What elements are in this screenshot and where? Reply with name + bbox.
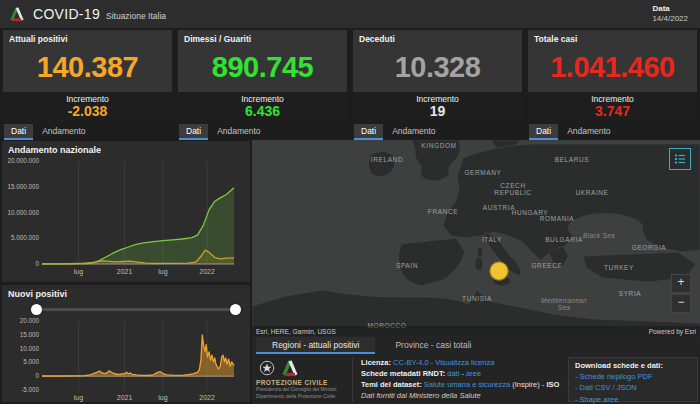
region-marker[interactable]	[490, 262, 509, 281]
card-increment: Incremento 19	[353, 92, 522, 122]
map-zoom-controls: + −	[671, 274, 691, 313]
svg-text:5.000.000: 5.000.000	[11, 234, 40, 241]
card-increment: Incremento 6.436	[178, 92, 347, 122]
powered-by-esri: Powered by Esri	[649, 328, 696, 335]
tab-andamento[interactable]: Andamento	[385, 124, 442, 140]
card-value: 140.387	[3, 44, 172, 92]
license-line: Schede metadati RNDT: dati - aree	[361, 369, 562, 379]
time-range-slider	[36, 303, 236, 316]
map-country-label: GREECE	[531, 262, 562, 269]
protezione-civile-block: PROTEZIONE CIVILE Presidenza del Consigl…	[256, 357, 346, 402]
map-country-label: CZECH	[500, 182, 525, 189]
card-tabs: Dati Andamento	[354, 124, 522, 140]
org-name: PROTEZIONE CIVILE	[256, 379, 346, 386]
slider-track[interactable]	[36, 308, 236, 311]
date-value: 14/4/2022	[652, 14, 688, 24]
increment-value: 19	[353, 104, 522, 119]
bottom-tab[interactable]: Regioni - attuali positivi	[256, 337, 375, 354]
header: COVID-19 Situazione Italia Data 14/4/202…	[0, 0, 700, 28]
svg-text:2022: 2022	[199, 394, 215, 401]
map-country-label: SYRIA	[619, 290, 642, 297]
tab-dati[interactable]: Dati	[4, 124, 33, 140]
svg-text:2021: 2021	[117, 268, 133, 275]
map-sea-label: Mediterranean	[541, 297, 587, 304]
org-line2: Dipartimento della Protezione Civile	[256, 393, 346, 400]
license-text: (Inspire) -	[510, 380, 546, 389]
tab-andamento[interactable]: Andamento	[35, 124, 92, 140]
zoom-out-button[interactable]: −	[671, 294, 691, 313]
map-country-label: FRANCE	[428, 208, 458, 215]
tab-dati[interactable]: Dati	[354, 124, 383, 140]
legend-list-icon	[674, 153, 686, 165]
svg-text:20.000.000: 20.000.000	[7, 157, 39, 164]
tab-dati[interactable]: Dati	[529, 124, 558, 140]
tab-andamento[interactable]: Andamento	[560, 124, 617, 140]
card-value: 890.745	[178, 44, 347, 92]
download-box: Download schede e dati: - Schede riepilo…	[568, 357, 698, 402]
card-label: Attuali positivi	[3, 30, 172, 44]
license-line: Licenza: CC-BY-4.0 - Visualizza licenza	[361, 358, 562, 368]
svg-text:lug: lug	[74, 394, 83, 402]
download-title: Download schede e dati:	[575, 361, 691, 370]
date-label: Data	[652, 4, 688, 14]
tab-dati[interactable]: Dati	[179, 124, 208, 140]
license-link[interactable]: aree	[466, 369, 481, 378]
card-value: 10.328	[353, 44, 522, 92]
app-subtitle: Situazione Italia	[106, 11, 166, 21]
legend-button[interactable]	[669, 148, 691, 170]
increment-value: 3.747	[528, 104, 697, 119]
svg-text:2021: 2021	[117, 394, 133, 401]
card-tabs: Dati Andamento	[4, 124, 172, 140]
card-attuali-positivi: Attuali positivi 140.387 Incremento -2.0…	[3, 30, 172, 122]
europe-map[interactable]: KINGDOMIRELANDBELARUSGERMANYCZECHREPUBLI…	[252, 140, 700, 337]
license-text: ISO 19115:	[546, 380, 562, 389]
dashboard: COVID-19 Situazione Italia Data 14/4/202…	[0, 0, 700, 404]
zoom-in-button[interactable]: +	[671, 274, 691, 293]
national-trend-chart: lug2021lug202205.000.00010.000.00015.000…	[4, 156, 244, 276]
charts-column: Andamento nazionale lug2021lug202205.000…	[0, 140, 252, 404]
chart-title: Andamento nazionale	[2, 141, 250, 156]
tab-andamento[interactable]: Andamento	[210, 124, 267, 140]
card-label: Dimessi / Guariti	[178, 30, 347, 44]
slider-handle-right[interactable]	[230, 304, 241, 315]
svg-text:0: 0	[35, 372, 39, 379]
map-country-label: TUNISIA	[462, 295, 492, 302]
date-widget: Data 14/4/2022	[652, 4, 692, 24]
svg-text:15.000.000: 15.000.000	[7, 183, 39, 190]
bottom-tab[interactable]: Province - casi totali	[379, 337, 487, 354]
map-country-label: TURKEY	[604, 264, 634, 271]
svg-text:10.000.000: 10.000.000	[7, 209, 39, 216]
card-label: Totale casi	[528, 30, 697, 44]
slider-handle-left[interactable]	[31, 304, 42, 315]
new-positives-chart: lug2021lug2022-5.00005.00010.00015.00020…	[4, 316, 244, 402]
map-attribution-bar: Esri, HERE, Garmin, USGS Powered by Esri	[252, 326, 700, 337]
svg-text:lug: lug	[158, 394, 167, 402]
card-totale-casi: Totale casi 1.041.460 Incremento 3.747	[528, 30, 697, 122]
app-title: COVID-19	[33, 6, 100, 22]
panel-nuovi-positivi: Nuovi positivi lug2021lug2022-5.00005.00…	[2, 285, 250, 402]
download-link[interactable]: - Shape aree	[575, 394, 691, 404]
download-link[interactable]: - Schede riepilogo PDF	[575, 371, 691, 382]
map-country-label: ITALY	[482, 236, 502, 243]
license-link[interactable]: Salute umana e sicurezza	[424, 380, 510, 389]
download-link[interactable]: - Dati CSV / JSON	[575, 382, 691, 393]
card-increment: Incremento -2.038	[3, 92, 172, 122]
map-country-label: ROMANIA	[540, 215, 575, 222]
protezione-civile-logo-icon	[8, 5, 26, 23]
increment-value: 6.436	[178, 104, 347, 119]
map-country-label: IRELAND	[371, 156, 403, 163]
map-sea-label: Black Sea	[583, 232, 615, 239]
license-link[interactable]: CC-BY-4.0 - Visualizza licenza	[393, 358, 494, 367]
map-country-label: GERMANY	[464, 169, 501, 176]
footer: PROTEZIONE CIVILE Presidenza del Consigl…	[252, 354, 700, 404]
svg-text:15.000: 15.000	[20, 331, 40, 338]
card-dimessi-guariti: Dimessi / Guariti 890.745 Incremento 6.4…	[178, 30, 347, 122]
svg-text:10.000: 10.000	[20, 345, 40, 352]
license-link[interactable]: dati	[447, 369, 459, 378]
map-attribution: Esri, HERE, Garmin, USGS	[256, 328, 336, 335]
license-line: Temi del dataset: Salute umana e sicurez…	[361, 380, 562, 390]
svg-text:lug: lug	[74, 268, 83, 276]
map-country-label: BULGARIA	[545, 236, 583, 243]
download-links: - Schede riepilogo PDF- Dati CSV / JSON-…	[575, 371, 691, 404]
card-value: 1.041.460	[528, 44, 697, 92]
